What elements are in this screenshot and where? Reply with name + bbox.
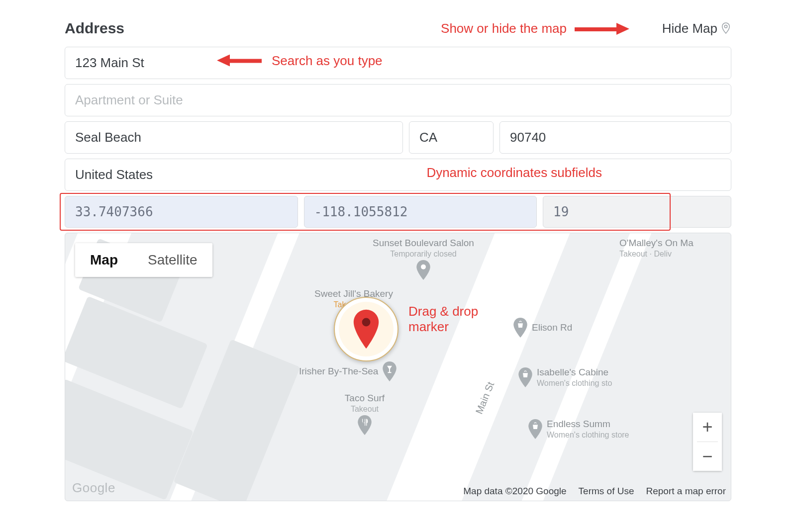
salon-pin-icon <box>416 260 431 280</box>
poi-taco: Taco Surf Takeout <box>325 392 404 435</box>
svg-point-2 <box>724 25 727 28</box>
report-error-link[interactable]: Report a map error <box>646 486 726 497</box>
poi-elison: Elison Rd <box>513 318 572 338</box>
zoom-out-button[interactable]: − <box>693 442 722 471</box>
map-data-label: Map data ©2020 Google <box>463 486 566 497</box>
zoom-level-field <box>543 196 731 228</box>
poi-name: Isabelle's Cabine <box>537 366 612 378</box>
state-input[interactable] <box>409 121 494 154</box>
poi-irisher: Irisher By-The-Sea <box>299 361 397 381</box>
address-form: Address Show or hide the map Hide Map Se… <box>65 20 731 501</box>
svg-rect-4 <box>229 59 262 63</box>
svg-rect-0 <box>575 27 617 31</box>
country-row: Dynamic coordinates subfields <box>65 154 731 191</box>
poi-name: Elison Rd <box>532 322 572 334</box>
poi-name: O'Malley's On Ma <box>619 237 731 249</box>
bar-pin-icon <box>382 361 397 381</box>
annotation-show-hide: Show or hide the map <box>441 21 629 36</box>
shop-pin-icon <box>528 419 543 439</box>
terms-link[interactable]: Terms of Use <box>579 486 634 497</box>
shop-pin-icon <box>513 318 528 338</box>
annotation-marker-line2: marker <box>408 319 478 335</box>
zoom-controls: + − <box>693 413 722 471</box>
longitude-field <box>304 196 537 228</box>
map-marker[interactable] <box>334 297 398 361</box>
arrow-left-icon <box>217 55 262 67</box>
poi-sub: Temporarily closed <box>349 249 498 259</box>
poi-text: Isabelle's Cabine Women's clothing sto <box>537 366 612 388</box>
annotation-marker: Drag & drop marker <box>408 304 478 335</box>
poi-sub: Women's clothing sto <box>537 378 612 388</box>
map-type-map[interactable]: Map <box>75 243 133 277</box>
poi-sub: Takeout <box>325 404 404 414</box>
poi-name: Sunset Boulevard Salon <box>349 237 498 249</box>
location-pin-icon <box>720 22 731 35</box>
poi-sunset: Sunset Boulevard Salon Temporarily close… <box>349 237 498 280</box>
hide-map-toggle[interactable]: Hide Map <box>662 21 731 36</box>
map-type-satellite[interactable]: Satellite <box>133 243 212 277</box>
poi-sub: Women's clothing store <box>547 430 629 440</box>
apt-input[interactable] <box>65 84 731 116</box>
map-type-switch: Map Satellite <box>75 243 212 277</box>
poi-sub: Takeout · Deliv <box>619 249 731 259</box>
poi-name: Taco Surf <box>325 392 404 404</box>
google-logo: Google <box>72 480 115 496</box>
annotation-coords: Dynamic coordinates subfields <box>426 165 602 180</box>
country-input[interactable] <box>65 159 731 191</box>
street-input[interactable] <box>65 47 731 79</box>
restaurant-pin-icon <box>357 415 372 435</box>
annotation-search-text: Search as you type <box>272 53 383 68</box>
map-viewport[interactable]: Main St Sunset Boulevard Salon Temporari… <box>65 233 731 501</box>
svg-point-5 <box>421 265 426 269</box>
page-title: Address <box>65 20 124 37</box>
zip-input[interactable] <box>499 121 731 154</box>
hide-map-label: Hide Map <box>662 21 717 36</box>
svg-marker-3 <box>217 55 230 67</box>
poi-omalley: O'Malley's On Ma Takeout · Deliv <box>619 237 731 259</box>
poi-isabelle: Isabelle's Cabine Women's clothing sto <box>518 366 612 388</box>
svg-point-6 <box>362 318 371 327</box>
map-attribution: Map data ©2020 Google Terms of Use Repor… <box>463 486 726 497</box>
annotation-search: Search as you type <box>217 53 383 68</box>
city-state-zip-row <box>65 121 731 154</box>
zoom-in-button[interactable]: + <box>693 413 722 442</box>
poi-endless: Endless Summ Women's clothing store <box>528 418 629 440</box>
shop-pin-icon <box>518 367 533 387</box>
poi-name: Irisher By-The-Sea <box>299 365 378 377</box>
poi-name: Sweet Jill's Bakery <box>294 288 413 300</box>
arrow-right-icon <box>575 23 629 35</box>
city-input[interactable] <box>65 121 403 154</box>
svg-marker-1 <box>616 23 629 35</box>
latitude-field <box>65 196 298 228</box>
coords-row <box>65 196 731 228</box>
street-row: Search as you type <box>65 42 731 79</box>
poi-name: Endless Summ <box>547 418 629 430</box>
annotation-show-hide-text: Show or hide the map <box>441 21 567 36</box>
annotation-marker-line1: Drag & drop <box>408 304 478 319</box>
marker-pin-icon <box>352 309 380 349</box>
form-header: Address Show or hide the map Hide Map <box>65 20 731 42</box>
poi-text: Endless Summ Women's clothing store <box>547 418 629 440</box>
